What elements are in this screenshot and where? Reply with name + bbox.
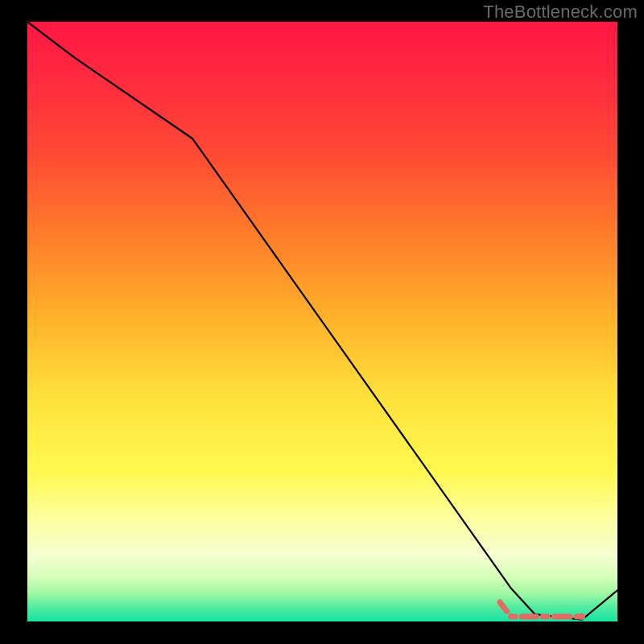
optimal-point-dot bbox=[579, 613, 585, 620]
chart-curve-layer bbox=[27, 22, 617, 621]
chart-stage: TheBottleneck.com bbox=[0, 0, 644, 644]
watermark-text: TheBottleneck.com bbox=[483, 2, 638, 23]
bottleneck-curve bbox=[27, 22, 617, 620]
gradient-panel bbox=[27, 22, 617, 621]
optimal-range-marker bbox=[500, 602, 582, 617]
